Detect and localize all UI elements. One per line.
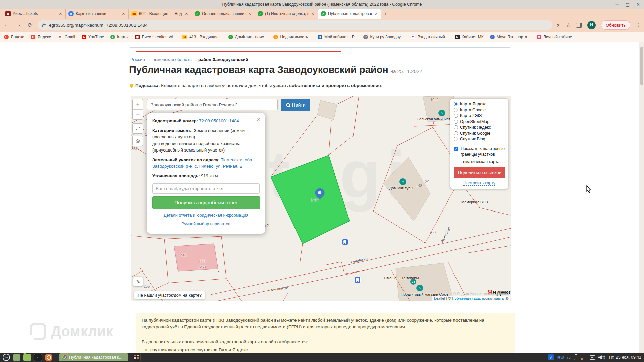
profile-avatar[interactable]: Н [587, 21, 596, 29]
bookmark-realty[interactable]: ⌂Недвижимость... [273, 35, 311, 39]
scrollbar-thumb[interactable] [640, 47, 643, 85]
layer-option-google-sat[interactable]: Спутник Google [454, 131, 505, 136]
breadcrumb-current: район Заводоуковский [198, 57, 248, 62]
configure-map-link[interactable]: Настроить карту [463, 181, 495, 186]
mint-menu-icon[interactable]: lm [3, 354, 10, 361]
menu-dots-icon[interactable]: ⋮ [636, 22, 641, 28]
parcel-label: 886 [199, 259, 205, 263]
mail-icon: ✉ [182, 35, 187, 39]
tab-close-icon[interactable]: ✕ [58, 12, 63, 16]
bookmark-gmail[interactable]: MGmail [57, 34, 75, 40]
layer-option-google-map[interactable]: Карта Google [454, 108, 505, 112]
bookmark-yandex2[interactable]: ЯЯндекс [31, 35, 51, 39]
bookmark-lichny[interactable]: ❖Личный кабине... [537, 35, 575, 39]
bookmark-domclick[interactable]: ⌂ДомКлик - поис... [228, 35, 267, 39]
map-search-input[interactable] [147, 99, 278, 110]
show-desktop-icon[interactable] [13, 354, 20, 361]
layer-option-yandex-sat[interactable]: Спутник Яндекс [454, 125, 505, 130]
language-indicator[interactable]: RU [557, 355, 564, 360]
leaflet-link[interactable]: Leaflet [434, 296, 445, 300]
bookmark-ries[interactable]: ▦Риес :: realtor_wi... [135, 35, 176, 39]
share-link-button[interactable]: Поделиться ссылкой [454, 167, 505, 178]
zoom-in-button[interactable]: + [133, 99, 143, 110]
map-marker-pin[interactable] [315, 188, 325, 201]
cadastral-map[interactable]: etagi [131, 96, 511, 301]
measure-button[interactable]: ✎ [133, 277, 143, 286]
volume-icon[interactable]: ))) [598, 355, 605, 359]
send-icon[interactable]: ➤ [556, 22, 561, 28]
minimize-icon[interactable]: ─ [616, 2, 619, 7]
teamviewer-icon[interactable]: ⇄ [548, 354, 554, 360]
pkk-link[interactable]: Публичная кадастровая карта [452, 296, 504, 300]
files-icon[interactable] [23, 354, 31, 361]
fullscreen-button[interactable]: ⤢ [132, 123, 143, 134]
bookmark-mk[interactable]: МКабинет МК [455, 35, 484, 39]
bookmark-youtube[interactable]: ▶YouTube [82, 35, 104, 39]
building-31 [317, 100, 337, 120]
bookmark-mail413[interactable]: ✉413 · Входящие... [182, 35, 222, 39]
network-icon[interactable] [590, 355, 595, 360]
find-button[interactable]: Найти [281, 99, 310, 111]
back-icon[interactable]: ← [3, 22, 11, 28]
app-icon[interactable] [45, 354, 52, 361]
bookmark-vhod[interactable]: YВход в личный... [410, 34, 448, 40]
tab-close-icon[interactable]: ✕ [248, 12, 252, 16]
update-chrome-button[interactable]: Обновить [601, 20, 630, 30]
side-panel-icon[interactable] [576, 23, 582, 28]
selected-parcel-green[interactable] [271, 155, 350, 244]
layer-option-yandex-map[interactable]: Карта Яндекс [454, 102, 505, 106]
tab-ipoteka[interactable]: ⌂ (1) Ипотечная сделка, войти ✕ [255, 9, 318, 19]
get-report-button[interactable]: Получить подробный отчет [152, 196, 260, 209]
checkbox-cadastral-borders[interactable]: Показать кадастровые границы участков [454, 146, 505, 157]
maximize-icon[interactable]: ▢ [626, 2, 630, 7]
cadastral-number-link[interactable]: 72:08:0501001:1484 [199, 118, 239, 123]
report-details-link[interactable]: Детали отчета и юридическая информация [152, 212, 260, 219]
tab-zayavka[interactable]: e Карточка заявки ✕ [66, 9, 129, 19]
domclick-icon: ⌂ [228, 35, 233, 39]
bookmark-maps[interactable]: ●Карты [110, 35, 128, 39]
calculator-icon[interactable] [133, 354, 141, 361]
tab-close-icon[interactable]: ✕ [121, 12, 126, 16]
tab-online-zayavka[interactable]: ⌂ Онлайн подача заявки на и ✕ [192, 9, 255, 19]
tab-cadastral-map-active[interactable]: ✓ Публичная кадастровая кар ✕ [318, 9, 381, 19]
reload-icon[interactable]: ⟳ [26, 22, 34, 29]
checkbox-thematic-map[interactable]: Тематическая карта [454, 159, 505, 165]
bookmark-move[interactable]: ⌂Move.Ru - порта... [490, 35, 530, 39]
layer-option-bing-sat[interactable]: Спутник Bing [454, 137, 505, 141]
map-attribution: Leaflet | © Публичная кадастровая карта,… [432, 296, 510, 301]
clipboard-icon[interactable] [574, 355, 578, 360]
address-bar[interactable]: egrp365.org/map/?kadnum=72:08:0501001:14… [38, 20, 552, 30]
tab-mail[interactable]: ✉ 602 · Входящие — Яндекс По ✕ [129, 9, 192, 19]
not-found-hint[interactable]: Не нашли участок/дом на карте? [134, 291, 205, 299]
close-icon[interactable]: ✕ [636, 2, 640, 7]
zoom-out-button[interactable]: − [133, 110, 143, 120]
tab-ries[interactable]: ▦ Риес :: tickets ✕ [3, 9, 66, 19]
tab-close-icon[interactable]: ✕ [311, 12, 315, 16]
terminal-icon[interactable]: >_ [34, 354, 42, 361]
layer-option-osm[interactable]: OpenStreetMap [454, 119, 505, 124]
page-content: Россия → Тюменская область → район Завод… [0, 42, 644, 353]
etagi-favicon-icon: e [68, 11, 74, 16]
shield-icon[interactable] [582, 355, 586, 360]
popup-close-icon[interactable]: ✕ [257, 116, 261, 124]
bookmark-kupi[interactable]: ΨКупи.ру Заводоу... [363, 35, 404, 39]
bookmark-cabinet[interactable]: ▮Мой кабинет - Р... [318, 35, 357, 39]
forward-icon[interactable]: → [15, 22, 22, 28]
tab-close-icon[interactable]: ✕ [184, 12, 189, 16]
search-icon [286, 103, 290, 107]
parcel-label: 255 [144, 284, 150, 288]
toolbar-icons: ➤ ☆ Н Обновить ⋮ [556, 20, 641, 30]
page-scrollbar[interactable] [639, 42, 644, 353]
email-input[interactable] [152, 183, 260, 194]
breadcrumb-russia[interactable]: Россия [130, 57, 145, 62]
mouse-cursor [586, 185, 593, 193]
bookmark-yandex[interactable]: ЯЯндекс [4, 35, 24, 39]
tab-close-icon[interactable]: ✕ [374, 12, 378, 16]
breadcrumb-region[interactable]: Тюменская область [152, 57, 192, 62]
manual-select-link[interactable]: Ручной выбор вариантов [152, 221, 260, 227]
bookmark-star-icon[interactable]: ☆ [566, 22, 571, 28]
layer-option-2gis-map[interactable]: Карта 2GIS [454, 113, 505, 118]
new-tab-button[interactable]: + [381, 9, 390, 19]
print-button[interactable]: ⎙ [132, 136, 143, 146]
taskbar-active-window[interactable]: Публичная кадастровая к... [59, 353, 128, 361]
